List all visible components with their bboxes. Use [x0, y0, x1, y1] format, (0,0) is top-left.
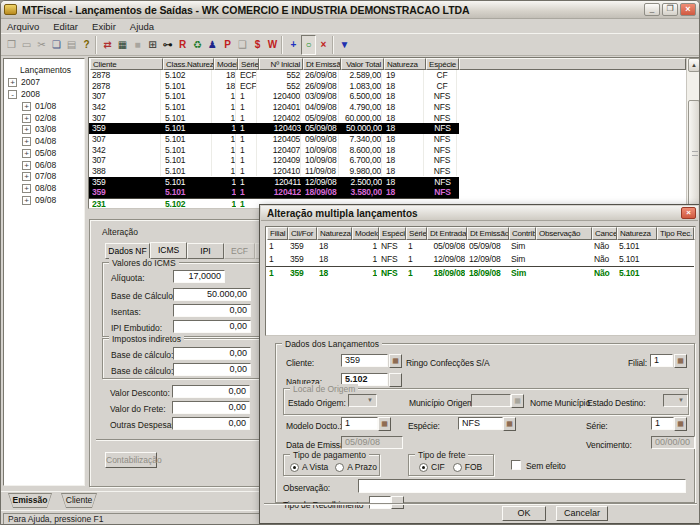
expander-icon[interactable]: +	[22, 114, 31, 123]
cliente-field[interactable]: 359	[341, 354, 388, 367]
column-header[interactable]: Tipo Rec.	[657, 227, 694, 240]
column-header[interactable]: Observação	[536, 227, 592, 240]
table-row[interactable]: 1359181NFS112/09/0812/09/08SimNão5.101	[266, 253, 694, 266]
tree-item-05/08[interactable]: 05/08	[35, 148, 56, 158]
value-field[interactable]: 0,00	[173, 320, 251, 333]
help-button[interactable]: ?	[79, 35, 94, 55]
filter-button[interactable]: ▼	[337, 35, 352, 55]
column-header[interactable]: Dt Emissão	[467, 227, 509, 240]
radio-a-prazo[interactable]: A Prazo	[335, 462, 377, 472]
radio-icon[interactable]	[335, 463, 344, 472]
table-row[interactable]: 28785.10218ECF55226/09/082.589,0019CF	[89, 70, 459, 81]
value-field[interactable]: 17,0000	[173, 270, 225, 283]
minimize-button[interactable]: _	[644, 3, 660, 16]
expander-icon[interactable]: +	[22, 137, 31, 146]
column-header[interactable]: Cli/For	[288, 227, 317, 240]
especie-field[interactable]: NFS	[458, 417, 503, 430]
column-header[interactable]: Espécie	[379, 227, 406, 240]
cancelar-button[interactable]: Cancelar	[556, 506, 608, 521]
scroll-up-icon[interactable]: ▲	[688, 58, 700, 72]
table-row[interactable]: 3425.1011112040104/09/084.790,0018NFS	[89, 102, 459, 113]
table-row[interactable]: 3885.1011112041011/09/089.980,0018NFS	[89, 166, 459, 177]
copy-button[interactable]: ❏	[49, 35, 64, 55]
tree-item-08/08[interactable]: 08/08	[35, 183, 56, 193]
column-header[interactable]: Valor Total	[341, 58, 384, 70]
column-header[interactable]: Espécie	[426, 58, 459, 70]
tab-cliente[interactable]: Cliente	[57, 493, 101, 508]
tree-item-02/08[interactable]: 02/08	[35, 113, 56, 123]
tree-item-01/08[interactable]: 01/08	[35, 101, 56, 111]
w-button[interactable]: W	[265, 35, 280, 55]
table-row[interactable]: 3075.1011112040003/09/086.500,0018NFS	[89, 91, 459, 102]
tree-item-06/08[interactable]: 06/08	[35, 160, 56, 170]
expander-icon[interactable]: +	[22, 172, 31, 181]
expander-icon[interactable]: +	[22, 196, 31, 205]
column-header[interactable]: Filial	[267, 227, 288, 240]
register-button[interactable]: ⊞	[145, 35, 160, 55]
radio-icon[interactable]	[419, 463, 428, 472]
blank-button[interactable]: ■	[130, 35, 145, 55]
tree-root[interactable]: Lançamentos	[20, 65, 71, 75]
expander-icon[interactable]: +	[22, 184, 31, 193]
column-header[interactable]: Dt Entrada	[427, 227, 467, 240]
scrollbar-thumb[interactable]	[688, 100, 700, 206]
tree-item-2008[interactable]: 2008	[21, 89, 40, 99]
radio-fob[interactable]: FOB	[453, 462, 482, 472]
tree-item-04/08[interactable]: 04/08	[35, 136, 56, 146]
table-row[interactable]: 28785.10118ECF55226/09/081.083,0018CF	[89, 81, 459, 92]
column-header[interactable]: Natureza	[384, 58, 426, 70]
ok-button[interactable]: OK	[502, 506, 546, 521]
restore-button[interactable]: ❐	[662, 3, 678, 16]
tree-item-09/08[interactable]: 09/08	[35, 195, 56, 205]
radio-a-vista[interactable]: A Vista	[290, 462, 328, 472]
natureza-button[interactable]	[389, 373, 402, 387]
tab-icms[interactable]: ICMS	[150, 242, 187, 259]
radio-cif[interactable]: CIF	[419, 462, 445, 472]
expander-icon[interactable]: +	[22, 125, 31, 134]
delete-button[interactable]: ×	[316, 35, 331, 55]
modelo-field[interactable]: 1	[341, 417, 378, 430]
table-row[interactable]: 3075.1011112040205/09/0860.000,0018NFS	[89, 113, 459, 124]
edit-button[interactable]: ○	[301, 35, 316, 55]
especie-lookup-icon[interactable]: ▦	[503, 417, 516, 431]
close-button[interactable]: ×	[680, 3, 696, 16]
column-header[interactable]: Cancel.	[592, 227, 617, 240]
serie-field[interactable]: 1	[651, 417, 674, 430]
pawn-button[interactable]: ♟	[205, 35, 220, 55]
tab-emissao[interactable]: Emissão	[4, 493, 56, 508]
transfer-button[interactable]: ⇄	[100, 35, 115, 55]
value-field[interactable]: 0,00	[172, 417, 250, 430]
column-header[interactable]: Cliente	[90, 58, 163, 70]
radio-icon[interactable]	[290, 463, 299, 472]
filial-field[interactable]: 1	[650, 354, 673, 367]
column-header[interactable]: Contrib.	[509, 227, 536, 240]
table-row[interactable]: 3075.1011112040509/09/087.340,0018NFS	[89, 134, 459, 145]
table-row[interactable]: 1359181NFS118/09/0818/09/08SimNão5.101	[266, 266, 694, 279]
money-button[interactable]: $	[250, 35, 265, 55]
monitor-button[interactable]: ▦	[115, 35, 130, 55]
refresh-button[interactable]: ♻	[190, 35, 205, 55]
menu-arquivo[interactable]: Arquivo	[1, 21, 47, 32]
column-header[interactable]: Dt Emissão	[303, 58, 341, 70]
value-field[interactable]: 0,00	[173, 304, 251, 317]
value-field[interactable]: 0,00	[173, 347, 251, 360]
expander-icon[interactable]: +	[22, 161, 31, 170]
menu-editar[interactable]: Editar	[47, 21, 86, 32]
column-header[interactable]: Modelo	[352, 227, 379, 240]
column-header[interactable]: Class.Natureza	[163, 58, 214, 70]
table-row[interactable]: 3425.1011112040710/09/088.600,0018NFS	[89, 145, 459, 156]
modelo-lookup-icon[interactable]: ▦	[378, 417, 391, 431]
table-row[interactable]: 3595.1011112040305/09/0850.000,0018NFS	[89, 123, 459, 134]
column-header[interactable]: Nº Inicial	[259, 58, 303, 70]
dialog-close-icon[interactable]: ×	[681, 207, 696, 219]
value-field[interactable]: 0,00	[173, 363, 251, 376]
menu-ajuda[interactable]: Ajuda	[124, 21, 162, 32]
expander-icon[interactable]: -	[8, 90, 17, 99]
tab-ipi[interactable]: IPI	[187, 243, 224, 259]
tab-dados-nf[interactable]: Dados NF	[105, 243, 150, 259]
sem-efeito-checkbox[interactable]	[511, 460, 521, 470]
tree-item-2007[interactable]: 2007	[21, 77, 40, 87]
relatorio-button[interactable]: R	[175, 35, 190, 55]
tree-item-07/08[interactable]: 07/08	[35, 171, 56, 181]
menu-exibir[interactable]: Exibir	[86, 21, 124, 32]
